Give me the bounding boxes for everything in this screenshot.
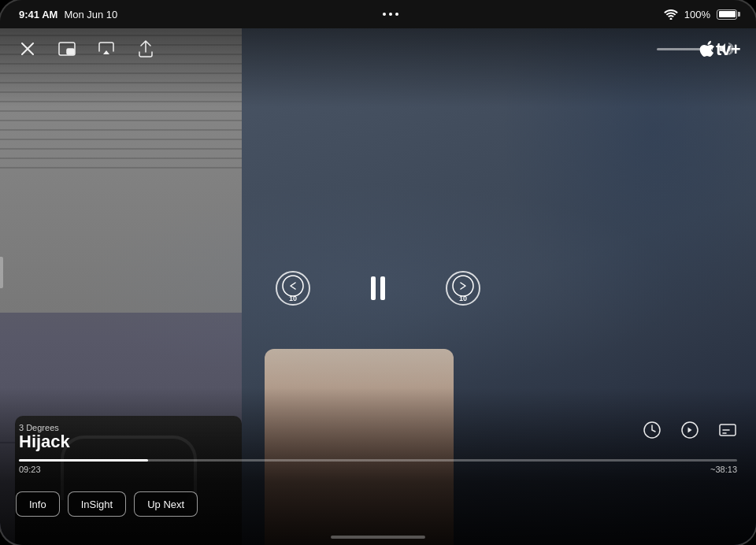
airplay-button[interactable] [94,37,118,61]
share-button[interactable] [134,37,158,61]
progress-area: 3 Degrees Hijack 09:23 ~38:13 [0,423,756,474]
status-center-dots [383,13,398,16]
battery-icon [717,9,737,20]
progress-times: 09:23 ~38:13 [19,465,737,474]
progress-fill [19,459,148,462]
time-current: 09:23 [19,465,41,474]
show-subtitle: 3 Degrees [19,423,737,432]
svg-point-2 [283,276,303,296]
bottom-buttons: Info InSight Up Next [16,491,198,517]
apple-logo-icon [699,40,715,59]
time-remaining: ~38:13 [710,465,737,474]
status-right: 100% [664,9,737,20]
status-date: Mon Jun 10 [64,9,117,20]
progress-track[interactable] [19,459,737,462]
status-bar: 9:41 AM Mon Jun 10 100% [0,0,756,28]
wifi-icon [664,9,678,20]
status-time: 9:41 AM [19,9,57,20]
apple-tv-logo: tv+ [699,39,740,60]
side-handle [0,257,3,288]
up-next-button[interactable]: Up Next [134,491,198,517]
skip-forward-button[interactable]: 10 [446,271,480,306]
show-title: Hijack [19,432,737,451]
home-indicator [331,536,425,539]
ipad-frame: 9:41 AM Mon Jun 10 100% [0,0,756,545]
pip-button[interactable] [55,37,79,61]
skip-forward-label: 10 [459,295,467,302]
skip-back-button[interactable]: 10 [276,271,310,306]
pause-button[interactable] [358,268,398,309]
top-controls [0,28,756,69]
center-controls: 10 10 [276,268,480,309]
volume-bar[interactable] [657,48,704,50]
info-button[interactable]: Info [16,491,60,517]
tv-plus-text: tv+ [716,39,740,60]
top-left-controls [16,37,158,61]
skip-back-label: 10 [289,295,297,302]
battery-percent: 100% [684,9,710,20]
insight-button[interactable]: InSight [68,491,126,517]
progress-bar-container[interactable] [19,459,737,462]
close-button[interactable] [16,37,39,61]
svg-point-3 [453,276,473,296]
show-info: 3 Degrees Hijack [19,423,737,451]
svg-rect-1 [67,49,74,54]
